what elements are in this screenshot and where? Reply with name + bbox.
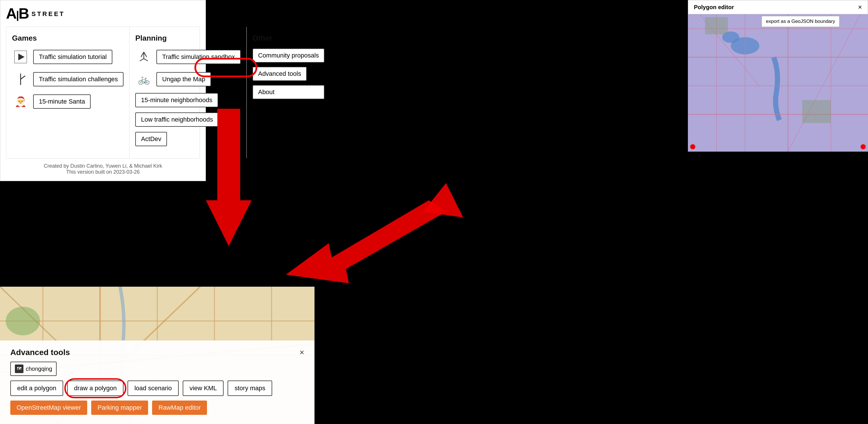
rawmap-editor-button[interactable]: RawMap editor	[152, 400, 207, 415]
santa-row: 🎅 15-minute Santa	[12, 93, 124, 110]
orange-buttons-row: OpenStreetMap viewer Parking mapper RawM…	[10, 400, 304, 415]
svg-line-7	[140, 59, 144, 61]
main-menu-panel: A|B STREET Games Traffic simulation tuto…	[0, 0, 206, 181]
games-column: Games Traffic simulation tutorial Traffi…	[6, 27, 129, 158]
export-tooltip: export as a GeoJSON boundary	[762, 16, 839, 27]
games-header: Games	[12, 34, 124, 43]
corner-dot-bl	[690, 144, 695, 149]
logo-area: A|B STREET	[6, 6, 200, 21]
santa-button[interactable]: 15-minute Santa	[33, 94, 91, 109]
load-scenario-button[interactable]: load scenario	[127, 380, 179, 396]
svg-marker-1	[18, 54, 25, 60]
challenges-icon	[12, 71, 29, 88]
logo-subtitle: STREET	[31, 10, 65, 18]
advanced-tools-section: Advanced tools × 🗺 chongqing edit a poly…	[0, 287, 314, 424]
planning-column: Planning Traffic simulation sandbox 🚲 Un…	[129, 27, 246, 158]
advanced-tools-menu-button[interactable]: Advanced tools	[252, 67, 307, 81]
planning-header: Planning	[135, 34, 241, 43]
sandbox-button[interactable]: Traffic simulation sandbox	[156, 50, 241, 64]
ungap-row: 🚲 Ungap the Map	[135, 71, 241, 88]
adv-buttons-row: edit a polygon draw a polygon load scena…	[10, 380, 304, 396]
polygon-editor-close[interactable]: ×	[858, 3, 862, 11]
about-button[interactable]: About	[252, 85, 325, 99]
tutorial-row: Traffic simulation tutorial	[12, 48, 124, 65]
tutorial-button[interactable]: Traffic simulation tutorial	[33, 50, 112, 64]
santa-icon: 🎅	[12, 93, 29, 110]
edit-polygon-button[interactable]: edit a polygon	[10, 380, 63, 396]
challenges-button[interactable]: Traffic simulation challenges	[33, 72, 124, 86]
sandbox-row: Traffic simulation sandbox	[135, 48, 241, 65]
svg-marker-40	[423, 183, 463, 218]
ungap-icon: 🚲	[135, 71, 152, 88]
svg-line-4	[141, 52, 144, 57]
polygon-editor-title: Polygon editor	[694, 4, 734, 10]
advanced-tools-close-button[interactable]: ×	[300, 348, 304, 357]
svg-line-5	[144, 52, 147, 57]
footer-created: Created by Dustin Carlino, Yuwen Li, & M…	[6, 163, 200, 175]
other-header: Other	[252, 34, 325, 43]
other-column: Other Community proposals Advanced tools…	[247, 27, 331, 158]
challenges-row: Traffic simulation challenges	[12, 71, 124, 88]
draw-polygon-button[interactable]: draw a polygon	[67, 380, 124, 396]
actdev-button[interactable]: ActDev	[135, 132, 167, 146]
community-button[interactable]: Community proposals	[252, 48, 325, 63]
fifteen-button[interactable]: 15-minute neighborhoods	[135, 93, 218, 107]
svg-line-8	[144, 59, 148, 61]
fifteen-row: 15-minute neighborhoods	[135, 93, 241, 107]
polygon-editor-header: Polygon editor ×	[688, 0, 868, 14]
tutorial-icon	[12, 48, 29, 65]
actdev-row: ActDev	[135, 132, 241, 146]
view-kml-button[interactable]: view KML	[183, 380, 224, 396]
draw-polygon-wrapper: draw a polygon	[67, 380, 124, 396]
low-traffic-button[interactable]: Low traffic neighborhoods	[135, 112, 219, 127]
svg-line-3	[21, 76, 25, 79]
svg-point-34	[6, 307, 40, 335]
corner-dot-br	[861, 144, 866, 149]
parking-mapper-button[interactable]: Parking mapper	[91, 400, 148, 415]
advanced-tools-title: Advanced tools	[10, 348, 304, 357]
advanced-tools-content: Advanced tools × 🗺 chongqing edit a poly…	[0, 340, 314, 424]
menu-columns: Games Traffic simulation tutorial Traffi…	[6, 27, 200, 159]
svg-marker-39	[286, 200, 446, 283]
ungap-button[interactable]: Ungap the Map	[156, 72, 211, 86]
svg-rect-23	[802, 100, 831, 123]
city-name: chongqing	[26, 366, 52, 372]
svg-rect-22	[705, 17, 728, 34]
city-icon: 🗺	[15, 365, 24, 373]
low-traffic-row: Low traffic neighborhoods	[135, 112, 241, 127]
sandbox-icon	[135, 48, 152, 65]
city-tag[interactable]: 🗺 chongqing	[10, 362, 57, 376]
osm-viewer-button[interactable]: OpenStreetMap viewer	[10, 400, 87, 415]
story-maps-button[interactable]: story maps	[227, 380, 272, 396]
logo-icon: A|B	[6, 6, 29, 21]
